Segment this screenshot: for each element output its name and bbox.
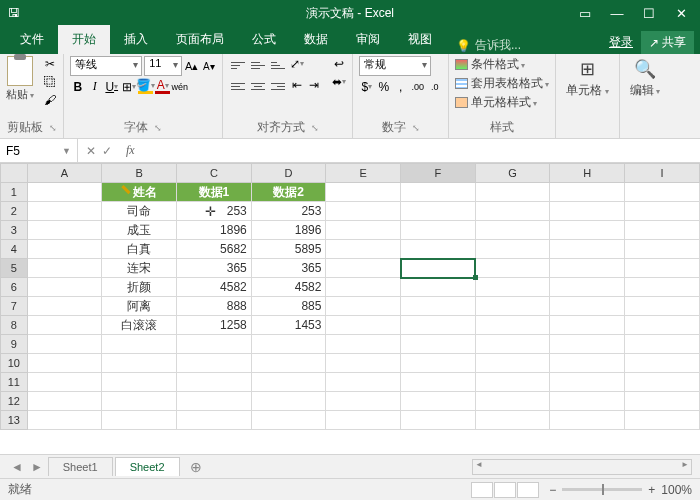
- border-button[interactable]: ⊞: [121, 79, 136, 94]
- cell-styles-button[interactable]: 单元格样式: [455, 94, 549, 111]
- format-table-button[interactable]: 套用表格格式: [455, 75, 549, 92]
- minimize-icon[interactable]: —: [602, 3, 632, 23]
- increase-decimal-icon[interactable]: .00: [410, 79, 425, 94]
- col-header-g[interactable]: G: [475, 164, 550, 183]
- decrease-decimal-icon[interactable]: .0: [427, 79, 442, 94]
- zoom-level[interactable]: 100%: [661, 483, 692, 497]
- row-header[interactable]: 9: [1, 335, 28, 354]
- tab-layout[interactable]: 页面布局: [162, 25, 238, 54]
- align-middle-icon[interactable]: [249, 56, 267, 74]
- ribbon-options-icon[interactable]: ▭: [570, 3, 600, 23]
- increase-font-icon[interactable]: A▴: [184, 59, 199, 74]
- maximize-icon[interactable]: ☐: [634, 3, 664, 23]
- font-name-select[interactable]: 等线: [70, 56, 142, 76]
- orientation-icon[interactable]: ⤢: [289, 56, 304, 71]
- quickaccess-save-icon[interactable]: 🖫: [4, 6, 24, 20]
- add-sheet-icon[interactable]: ⊕: [182, 459, 210, 475]
- align-right-icon[interactable]: [269, 77, 287, 95]
- col-header-a[interactable]: A: [27, 164, 102, 183]
- decrease-indent-icon[interactable]: ⇤: [289, 77, 304, 92]
- share-button[interactable]: ↗ 共享: [641, 31, 694, 54]
- percent-format-icon[interactable]: %: [376, 79, 391, 94]
- format-painter-icon[interactable]: 🖌: [42, 92, 57, 107]
- cancel-formula-icon[interactable]: ✕: [86, 144, 96, 158]
- col-header-b[interactable]: B: [102, 164, 177, 183]
- sheet-nav-next-icon[interactable]: ►: [28, 460, 46, 474]
- view-normal-icon[interactable]: [471, 482, 493, 498]
- merge-center-icon[interactable]: ⬌: [331, 74, 346, 89]
- fx-icon[interactable]: fx: [120, 143, 141, 158]
- paste-icon[interactable]: [7, 56, 33, 86]
- sheet-nav-prev-icon[interactable]: ◄: [8, 460, 26, 474]
- horizontal-scrollbar[interactable]: [472, 459, 692, 475]
- col-header-e[interactable]: E: [326, 164, 401, 183]
- col-header-d[interactable]: D: [251, 164, 326, 183]
- row-header[interactable]: 10: [1, 354, 28, 373]
- accounting-format-icon[interactable]: $: [359, 79, 374, 94]
- namebox-dropdown-icon[interactable]: ▼: [62, 146, 71, 156]
- italic-button[interactable]: I: [87, 79, 102, 94]
- wrap-text-icon[interactable]: ↩: [331, 56, 346, 71]
- row-header[interactable]: 1: [1, 183, 28, 202]
- font-size-select[interactable]: 11: [144, 56, 182, 76]
- row-header[interactable]: 2: [1, 202, 28, 221]
- sheet-tab-1[interactable]: Sheet1: [48, 457, 113, 476]
- row-header[interactable]: 13: [1, 411, 28, 430]
- tab-view[interactable]: 视图: [394, 25, 446, 54]
- spreadsheet-grid[interactable]: A B C D E F G H I 1姓名数据1数据2 2司命253✛253 3…: [0, 163, 700, 454]
- tab-file[interactable]: 文件: [6, 25, 58, 54]
- tell-me-search[interactable]: 💡 告诉我...: [456, 37, 521, 54]
- paste-button[interactable]: 粘贴: [6, 87, 34, 102]
- copy-icon[interactable]: ⿻: [42, 74, 57, 89]
- tab-home[interactable]: 开始: [58, 25, 110, 54]
- cell[interactable]: 姓名: [102, 183, 177, 202]
- name-box[interactable]: F5 ▼: [0, 139, 78, 162]
- fill-color-button[interactable]: 🪣: [138, 79, 153, 94]
- align-bottom-icon[interactable]: [269, 56, 287, 74]
- cut-icon[interactable]: ✂: [42, 56, 57, 71]
- font-color-button[interactable]: A: [155, 79, 170, 94]
- row-header[interactable]: 7: [1, 297, 28, 316]
- editing-button[interactable]: 🔍 编辑: [626, 56, 664, 101]
- sheet-tab-2[interactable]: Sheet2: [115, 457, 180, 476]
- view-pagebreak-icon[interactable]: [517, 482, 539, 498]
- row-header[interactable]: 8: [1, 316, 28, 335]
- zoom-out-icon[interactable]: −: [549, 483, 556, 497]
- tab-insert[interactable]: 插入: [110, 25, 162, 54]
- tab-formulas[interactable]: 公式: [238, 25, 290, 54]
- row-header[interactable]: 11: [1, 373, 28, 392]
- conditional-format-button[interactable]: 条件格式: [455, 56, 549, 73]
- phonetic-button[interactable]: wén: [172, 79, 187, 94]
- col-header-f[interactable]: F: [401, 164, 476, 183]
- col-header-i[interactable]: I: [625, 164, 700, 183]
- align-launcher[interactable]: ⤡: [311, 123, 319, 133]
- tab-data[interactable]: 数据: [290, 25, 342, 54]
- align-left-icon[interactable]: [229, 77, 247, 95]
- align-top-icon[interactable]: [229, 56, 247, 74]
- cells-button[interactable]: ⊞ 单元格: [562, 56, 612, 101]
- view-pagelayout-icon[interactable]: [494, 482, 516, 498]
- clipboard-launcher[interactable]: ⤡: [49, 123, 57, 133]
- col-header-h[interactable]: H: [550, 164, 625, 183]
- col-header-c[interactable]: C: [177, 164, 252, 183]
- close-icon[interactable]: ✕: [666, 3, 696, 23]
- active-cell[interactable]: [401, 259, 476, 278]
- tab-review[interactable]: 审阅: [342, 25, 394, 54]
- row-header[interactable]: 6: [1, 278, 28, 297]
- align-center-icon[interactable]: [249, 77, 267, 95]
- login-link[interactable]: 登录: [609, 34, 633, 51]
- number-launcher[interactable]: ⤡: [412, 123, 420, 133]
- bold-button[interactable]: B: [70, 79, 85, 94]
- number-format-select[interactable]: 常规: [359, 56, 431, 76]
- select-all-corner[interactable]: [1, 164, 28, 183]
- increase-indent-icon[interactable]: ⇥: [306, 77, 321, 92]
- underline-button[interactable]: U: [104, 79, 119, 94]
- row-header[interactable]: 4: [1, 240, 28, 259]
- comma-format-icon[interactable]: ,: [393, 79, 408, 94]
- decrease-font-icon[interactable]: A▾: [201, 59, 216, 74]
- row-header[interactable]: 3: [1, 221, 28, 240]
- row-header[interactable]: 5: [1, 259, 28, 278]
- row-header[interactable]: 12: [1, 392, 28, 411]
- zoom-in-icon[interactable]: +: [648, 483, 655, 497]
- enter-formula-icon[interactable]: ✓: [102, 144, 112, 158]
